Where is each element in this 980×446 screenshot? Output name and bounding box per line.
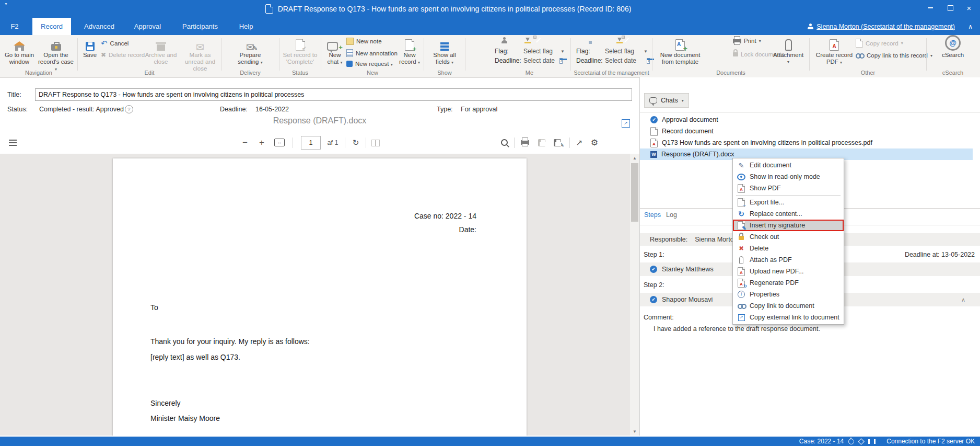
menu-item-delete[interactable]: ✖Delete [733, 243, 844, 254]
tab-approval[interactable]: Approval [128, 18, 167, 35]
zoom-out-button[interactable]: − [239, 132, 251, 153]
expand-preview-button[interactable]: ↗ [573, 132, 586, 153]
new-note-button[interactable]: New note [346, 38, 382, 45]
menu-item-show-read-only[interactable]: Show in read-only mode [733, 171, 844, 182]
title-input[interactable] [35, 88, 632, 101]
delete-record-button[interactable]: ✖ Delete record [101, 51, 145, 59]
document-name: Approval document [662, 116, 718, 123]
status-group-label: Status [279, 70, 321, 76]
fit-width-button[interactable]: ↔ [273, 132, 286, 153]
me-deadline-label: Deadline: [495, 57, 521, 64]
cancel-button[interactable]: ↶ Cancel [101, 39, 129, 48]
menu-item-copy-external-link[interactable]: ↗Copy external link to document [733, 312, 844, 323]
menu-item-properties[interactable]: iProperties [733, 289, 844, 300]
maximize-button[interactable] [941, 0, 959, 16]
secretariat-deadline-select[interactable]: Select date [605, 57, 636, 64]
tab-log[interactable]: Log [666, 211, 677, 219]
menu-item-attach-as-pdf[interactable]: Attach as PDF [733, 254, 844, 266]
prepare-sending-button[interactable]: ✉✎ Prepare sending ▾ [234, 37, 267, 66]
external-link-icon: ↗ [738, 314, 745, 321]
preview-settings-button[interactable]: ⚙ [587, 132, 602, 153]
window-title: DRAFT Response to Q173 - How funds are s… [278, 5, 632, 13]
menu-item-upload-new-pdf[interactable]: AUpload new PDF... [733, 266, 844, 277]
window-title-wrap: DRAFT Response to Q173 - How funds are s… [0, 0, 896, 18]
new-annotation-button[interactable]: New annotation [346, 49, 398, 57]
new-record-button[interactable]: + New record ▾ [396, 37, 423, 66]
page-number-input[interactable] [301, 136, 321, 150]
tab-record[interactable]: Record [32, 18, 71, 35]
secretariat-flag-caret-icon[interactable]: ▼ [644, 49, 648, 54]
f2-record-window: ▼ DRAFT Response to Q173 - How funds are… [0, 0, 980, 446]
set-record-complete-button[interactable]: ✔ Set record to 'Complete' [281, 37, 320, 65]
tab-advanced[interactable]: Advanced [80, 18, 119, 35]
mark-as-unread-button[interactable]: ✉ Mark as unread and close [180, 37, 220, 72]
new-chat-button[interactable]: + New chat ▾ [323, 37, 346, 66]
facing-pages-button[interactable] [369, 132, 382, 153]
tab-steps[interactable]: Steps [644, 211, 661, 219]
preview-vertical-scrollbar[interactable]: ▲ ▼ [630, 154, 639, 436]
collapse-ribbon-button[interactable]: ∧ [968, 18, 973, 35]
copy-link-to-record-button[interactable]: Copy link to this record▾ [856, 52, 932, 59]
chats-dropdown-button[interactable]: Chats ▾ [644, 93, 689, 108]
menu-item-replace-content[interactable]: ↻Replace content... [733, 208, 844, 220]
document-row-q173-pdf[interactable]: A Q173 How funds are spent on involving … [640, 137, 973, 148]
save-annotations-icon: ✎ [554, 139, 561, 146]
secretariat-flag-select[interactable]: Select flag [605, 48, 634, 55]
rotate-button[interactable]: ↻ [349, 132, 363, 153]
tab-f2[interactable]: F2 [4, 18, 25, 35]
attachment-label: Attachment [773, 52, 803, 59]
secretariat-calendar-icon[interactable]: 7 [647, 58, 650, 64]
ribbon: Go to main window Open the record's case… [0, 35, 980, 78]
scroll-down-icon[interactable]: ▼ [630, 427, 639, 436]
new-request-button[interactable]: New request ▾ [346, 61, 393, 67]
secretariat-flag-clear-toggle[interactable] [622, 36, 625, 39]
statusbar-connection: Connection to the F2 server OK [886, 438, 975, 445]
minimize-button[interactable] [921, 0, 939, 16]
scrollbar-thumb[interactable] [631, 163, 638, 222]
status-help-icon[interactable]: ? [125, 105, 133, 113]
save-doc-icon [538, 139, 545, 146]
document-row-record[interactable]: Record document [640, 125, 973, 137]
menu-item-copy-link[interactable]: Copy link to document [733, 300, 844, 312]
search-document-button[interactable] [497, 132, 511, 153]
tab-help[interactable]: Help [235, 18, 258, 35]
tag-icon[interactable] [858, 438, 865, 445]
archive-and-close-button[interactable]: Archive and close [145, 37, 177, 65]
menu-item-show-pdf[interactable]: AShow PDF [733, 182, 844, 194]
menu-item-edit-document[interactable]: ✎Edit document [733, 159, 844, 171]
print-document-button[interactable] [518, 132, 532, 153]
outline-panel-button[interactable] [6, 132, 19, 153]
menu-item-check-out[interactable]: Check out [733, 231, 844, 243]
collapse-step-icon[interactable]: ∧ [961, 296, 965, 303]
close-button[interactable]: × [960, 0, 978, 16]
chat-bubble-icon [327, 42, 338, 51]
attachment-button[interactable]: Attachment ▾ [770, 37, 807, 65]
me-flag-caret-icon[interactable]: ▼ [561, 49, 565, 54]
zoom-in-button[interactable]: + [256, 132, 267, 153]
save-document-button[interactable] [535, 132, 549, 153]
scroll-up-icon[interactable]: ▲ [630, 154, 639, 162]
menu-item-export-file[interactable]: →Export file... [733, 197, 844, 208]
flag-clear-toggle[interactable] [533, 36, 536, 39]
me-flag-select[interactable]: Select flag [523, 48, 553, 55]
go-to-main-window-button[interactable]: Go to main window [2, 37, 37, 65]
current-user-link[interactable]: Sienna Morton (Secretariat of the manage… [808, 18, 955, 35]
save-annotations-button[interactable]: ✎ [550, 132, 565, 153]
create-record-pdf-button[interactable]: A Create record PDF ▾ [815, 37, 854, 66]
open-records-case-button[interactable]: Open the record's case ▾ [37, 37, 75, 73]
document-row-approval[interactable]: ✔ Approval document [640, 114, 973, 125]
me-deadline-select[interactable]: Select date [523, 57, 555, 64]
preview-popout-icon[interactable]: ↗ [622, 119, 630, 128]
tab-participants[interactable]: Participants [178, 18, 222, 35]
me-calendar-icon[interactable]: 7 [559, 58, 563, 64]
pause-icon[interactable] [868, 439, 876, 444]
csearch-button[interactable]: @ cSearch [936, 37, 970, 59]
clock-icon[interactable] [848, 439, 854, 444]
print-button[interactable]: Print▾ [733, 38, 761, 44]
save-button[interactable]: Save [79, 37, 100, 59]
new-document-from-template-button[interactable]: A+ New document from template [657, 37, 704, 65]
show-all-fields-button[interactable]: Show all fields ▾ [428, 37, 461, 66]
menu-item-insert-my-signature[interactable]: ✎Insert my signature [733, 220, 844, 231]
copy-record-button[interactable]: Copy record▾ [856, 39, 903, 48]
menu-item-regenerate-pdf[interactable]: A↻Regenerate PDF [733, 277, 844, 289]
